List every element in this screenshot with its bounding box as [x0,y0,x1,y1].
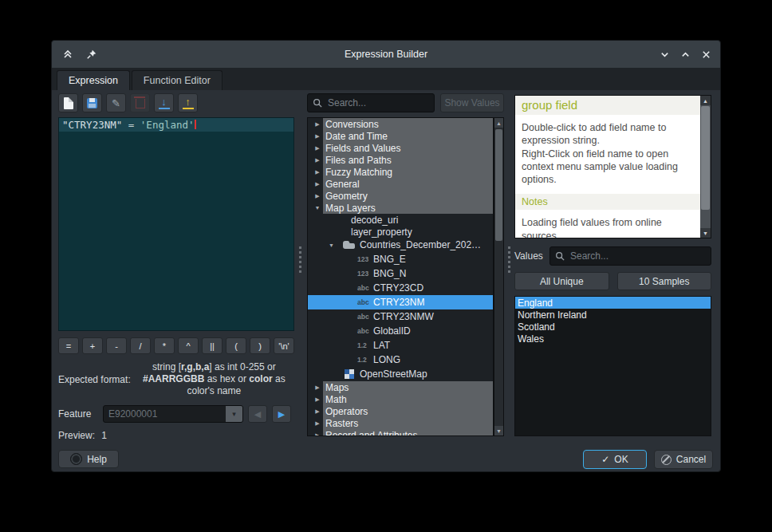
decimal-field-icon: 1.2 [357,356,373,364]
new-expression-button[interactable] [58,93,78,112]
all-unique-button[interactable]: All Unique [514,272,609,290]
check-icon: ✓ [601,454,609,465]
cancel-button[interactable]: Cancel [654,450,713,469]
value-item-england[interactable]: England [515,297,711,309]
scrollbar-thumb[interactable] [495,129,502,241]
string-field-icon: abc [357,313,373,321]
op-plus-button[interactable]: + [82,337,103,354]
tree-layer-openstreetmap[interactable]: OpenStreetMap [308,367,493,381]
tab-function-editor[interactable]: Function Editor [132,70,223,90]
tab-expression[interactable]: Expression [57,70,130,90]
function-help-box: group field Double-click to add field na… [514,95,711,238]
tree-group-general[interactable]: ▶General [308,178,493,190]
expression-builder-dialog: Expression Builder Expression Function E… [51,40,721,472]
right-splitter-handle[interactable] [506,246,511,274]
scrollbar-thumb[interactable] [701,106,710,210]
op-power-button[interactable]: ^ [178,337,199,354]
op-minus-button[interactable]: - [106,337,127,354]
feature-value: E92000001 [104,408,226,420]
left-splitter-handle[interactable] [297,246,302,274]
combo-dropdown-arrow-icon[interactable]: ▾ [226,406,242,422]
tree-field-ctry23nm[interactable]: abcCTRY23NM [308,295,493,309]
tree-layer-countries[interactable]: ▼ Countries_December_202… [308,238,493,252]
string-field-icon: abc [357,284,373,292]
tree-group-fields-and-values[interactable]: ▶Fields and Values [308,142,493,154]
expression-code-editor[interactable]: "CTRY23NM" = 'England' [58,117,294,331]
tree-group-date-and-time[interactable]: ▶Date and Time [308,130,493,142]
tree-group-map-layers[interactable]: ▼Map Layers [308,202,493,214]
screen: Expression Builder Expression Function E… [0,0,772,532]
scroll-up-icon[interactable]: ▲ [494,118,503,128]
tree-group-maps[interactable]: ▶Maps [308,381,493,393]
field-token: "CTRY23NM" [62,119,122,131]
scroll-up-icon[interactable]: ▲ [700,96,711,105]
tree-field-bng-e[interactable]: 123BNG_E [308,252,493,266]
tree-field-ctry23cd[interactable]: abcCTRY23CD [308,281,493,295]
cancel-icon [661,455,672,465]
value-item-scotland[interactable]: Scotland [515,321,711,333]
values-row: Values [514,246,711,266]
op-equals-button[interactable]: = [58,337,79,354]
shade-chevron-down-icon[interactable] [655,45,674,64]
tree-group-files-and-paths[interactable]: ▶Files and Paths [308,154,493,166]
tree-field-globalid[interactable]: abcGlobalID [308,324,493,338]
value-item-wales[interactable]: Wales [515,333,711,345]
maximize-chevron-up-icon[interactable] [676,45,695,64]
help-notes-body: Loading field values from online sources [522,216,694,238]
new-file-icon [64,97,73,109]
op-divide-button[interactable]: / [130,337,151,354]
chevron-right-icon: ▶ [308,384,323,391]
scroll-down-icon[interactable]: ▼ [700,228,711,238]
edit-expression-button[interactable]: ✎ [106,93,126,112]
chevron-right-icon: ▶ [308,145,323,152]
value-item-northern-ireland[interactable]: Northern Ireland [515,309,711,321]
collapse-double-chevron-icon[interactable] [58,45,77,64]
tree-field-lat[interactable]: 1.2LAT [308,338,493,353]
chevron-right-icon: ▶ [308,408,323,415]
ok-button[interactable]: ✓ OK [583,450,647,469]
values-search-input[interactable] [569,250,706,262]
op-concat-button[interactable]: || [202,337,223,354]
help-scrollbar[interactable]: ▲ ▼ [700,96,711,238]
tree-item-layer-property[interactable]: layer_property [308,226,493,238]
chevron-right-icon: ▶ [308,420,323,427]
op-newline-button[interactable]: '\n' [274,337,294,354]
tree-group-record-and-attributes[interactable]: ▶Record and Attributes [308,429,493,436]
tree-group-rasters[interactable]: ▶Rasters [308,417,493,429]
tree-group-math[interactable]: ▶Math [308,393,493,405]
preview-value: 1 [101,430,107,441]
pin-icon[interactable] [82,45,101,64]
function-search-input[interactable] [326,97,429,109]
tree-scrollbar[interactable]: ▲ ▼ [494,117,504,436]
tree-item-decode-uri[interactable]: decode_uri [308,214,493,226]
tree-field-bng-n[interactable]: 123BNG_N [308,266,493,281]
export-expression-button[interactable]: ↑ [178,93,198,112]
samples-button[interactable]: 10 Samples [617,272,712,290]
scroll-down-icon[interactable]: ▼ [494,426,503,435]
help-button[interactable]: Help [58,450,119,468]
tree-group-fuzzy-matching[interactable]: ▶Fuzzy Matching [308,166,493,178]
expression-code-line: "CTRY23NM" = 'England' [59,118,293,132]
chevron-right-icon: ▶ [308,181,323,187]
text-caret [195,120,196,129]
tree-group-operators[interactable]: ▶Operators [308,405,493,417]
tree-field-long[interactable]: 1.2LONG [308,353,493,367]
import-expression-button[interactable]: ↓ [154,93,174,112]
function-search[interactable] [307,93,435,112]
operator-buttons: = + - / * ^ || ( ) '\n' [58,337,294,354]
next-feature-button[interactable]: ▶ [272,405,291,423]
op-open-paren-button[interactable]: ( [226,337,246,354]
op-close-paren-button[interactable]: ) [250,337,270,354]
close-icon[interactable] [696,45,715,64]
save-expression-button[interactable] [82,93,102,112]
tree-field-ctry23nmw[interactable]: abcCTRY23NMW [308,309,493,324]
expected-format: Expected format: string [r,g,b,a] as int… [58,361,294,397]
tree-group-conversions[interactable]: ▶Conversions [308,118,493,130]
values-search[interactable] [549,246,711,266]
feature-combobox[interactable]: E92000001 ▾ [103,405,243,423]
op-multiply-button[interactable]: * [154,337,175,354]
pencil-icon: ✎ [112,98,120,108]
title-bar: Expression Builder [52,41,720,68]
help-icon [70,453,82,465]
tree-group-geometry[interactable]: ▶Geometry [308,190,493,202]
